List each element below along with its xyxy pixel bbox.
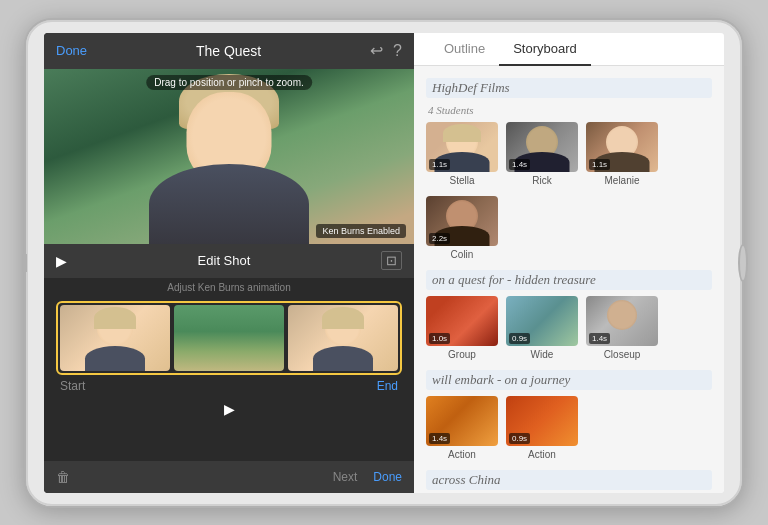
section-title-embark: will embark - on a journey (426, 370, 712, 390)
clip-thumb-colin: 2.2s (426, 196, 498, 246)
clip-melanie[interactable]: 1.1s Melanie (586, 122, 658, 186)
subsection-title-students: 4 Students (426, 104, 712, 116)
clip-closeup-1[interactable]: 1.4s Closeup (586, 296, 658, 360)
clip-duration-melanie: 1.1s (589, 159, 610, 170)
clip-duration-colin: 2.2s (429, 233, 450, 244)
tab-outline[interactable]: Outline (430, 33, 499, 66)
thumb-end[interactable] (288, 305, 398, 371)
clip-thumb-melanie: 1.1s (586, 122, 658, 172)
left-header: Done The Quest ↩ ? (44, 33, 414, 69)
clip-rick[interactable]: 1.4s Rick (506, 122, 578, 186)
trash-button[interactable]: 🗑 (56, 469, 70, 485)
end-label: End (377, 379, 398, 393)
clip-thumb-group: 1.0s (426, 296, 498, 346)
clip-duration-stella: 1.1s (429, 159, 450, 170)
drag-hint: Drag to position or pinch to zoom. (146, 75, 312, 90)
clip-action-1[interactable]: 1.4s Action (426, 396, 498, 460)
play-button[interactable]: ▶ (56, 253, 67, 269)
clip-action-2[interactable]: 0.9s Action (506, 396, 578, 460)
bottom-bar: 🗑 Next Done (44, 461, 414, 493)
clip-label-melanie: Melanie (604, 175, 639, 186)
help-icon[interactable]: ? (393, 42, 402, 60)
fullscreen-button[interactable]: ⊡ (381, 251, 402, 270)
section-title-quest: on a quest for - hidden treasure (426, 270, 712, 290)
section-highdef: HighDef Films 4 Students 1.1s (426, 78, 712, 260)
clip-label-wide: Wide (531, 349, 554, 360)
header-icons: ↩ ? (370, 41, 402, 60)
start-label: Start (60, 379, 85, 393)
section-title-highdef: HighDef Films (426, 78, 712, 98)
next-button[interactable]: Next (333, 470, 358, 484)
section-china: across China 1.5s Landscape (426, 470, 712, 493)
clip-label-closeup-1: Closeup (604, 349, 641, 360)
clip-wide[interactable]: 0.9s Wide (506, 296, 578, 360)
project-title: The Quest (196, 43, 261, 59)
clip-label-rick: Rick (532, 175, 551, 186)
ken-burns-sub-label: Adjust Ken Burns animation (44, 278, 414, 295)
right-panel: Outline Storyboard HighDef Films 4 Stude… (414, 33, 724, 493)
clip-label-colin: Colin (451, 249, 474, 260)
section-quest: on a quest for - hidden treasure 1.0s Gr… (426, 270, 712, 360)
clip-thumb-wide: 0.9s (506, 296, 578, 346)
tabs-bar: Outline Storyboard (414, 33, 724, 66)
bottom-play-area: ▶ (224, 401, 235, 417)
thumb-start[interactable] (60, 305, 170, 371)
video-preview: Drag to position or pinch to zoom. Ken B… (44, 69, 414, 244)
bottom-play-button[interactable]: ▶ (224, 401, 235, 417)
clip-duration-action-2: 0.9s (509, 433, 530, 444)
home-button[interactable] (738, 244, 748, 282)
side-button[interactable] (22, 254, 27, 272)
clip-thumb-action-1: 1.4s (426, 396, 498, 446)
clip-duration-closeup-1: 1.4s (589, 333, 610, 344)
clip-duration-wide: 0.9s (509, 333, 530, 344)
done-header-button[interactable]: Done (56, 43, 87, 58)
edit-shot-label: Edit Shot (198, 253, 251, 268)
screen: Done The Quest ↩ ? Dra (44, 33, 724, 493)
clip-row-colin: 2.2s Colin (426, 196, 712, 260)
section-title-china: across China (426, 470, 712, 490)
bottom-nav: Next Done (333, 470, 402, 484)
clip-colin[interactable]: 2.2s Colin (426, 196, 498, 260)
edit-controls: ▶ Edit Shot ⊡ (44, 244, 414, 278)
undo-icon[interactable]: ↩ (370, 41, 383, 60)
clip-label-group: Group (448, 349, 476, 360)
start-end-labels: Start End (56, 375, 402, 397)
clip-duration-rick: 1.4s (509, 159, 530, 170)
clip-thumb-stella: 1.1s (426, 122, 498, 172)
clip-duration-action-1: 1.4s (429, 433, 450, 444)
clip-label-stella: Stella (449, 175, 474, 186)
clip-label-action-2: Action (528, 449, 556, 460)
clip-row-embark: 1.4s Action 0.9s Action (426, 396, 712, 460)
timeline-area: Start End ▶ (44, 295, 414, 461)
done-bottom-button[interactable]: Done (373, 470, 402, 484)
clip-thumb-rick: 1.4s (506, 122, 578, 172)
clip-stella[interactable]: 1.1s Stella (426, 122, 498, 186)
tab-storyboard[interactable]: Storyboard (499, 33, 591, 66)
clip-group[interactable]: 1.0s Group (426, 296, 498, 360)
left-panel: Done The Quest ↩ ? Dra (44, 33, 414, 493)
clip-label-action-1: Action (448, 449, 476, 460)
storyboard-content: HighDef Films 4 Students 1.1s (414, 66, 724, 493)
clip-row-students: 1.1s Stella 1.4s (426, 122, 712, 186)
clip-thumb-closeup-1: 1.4s (586, 296, 658, 346)
clip-row-quest: 1.0s Group 0.9s Wide (426, 296, 712, 360)
clip-thumb-action-2: 0.9s (506, 396, 578, 446)
ken-burns-badge: Ken Burns Enabled (316, 224, 406, 238)
section-embark: will embark - on a journey 1.4s Action (426, 370, 712, 460)
tablet: Done The Quest ↩ ? Dra (24, 18, 744, 508)
thumb-middle[interactable] (174, 305, 284, 371)
thumbnail-strip (56, 301, 402, 375)
clip-duration-group: 1.0s (429, 333, 450, 344)
